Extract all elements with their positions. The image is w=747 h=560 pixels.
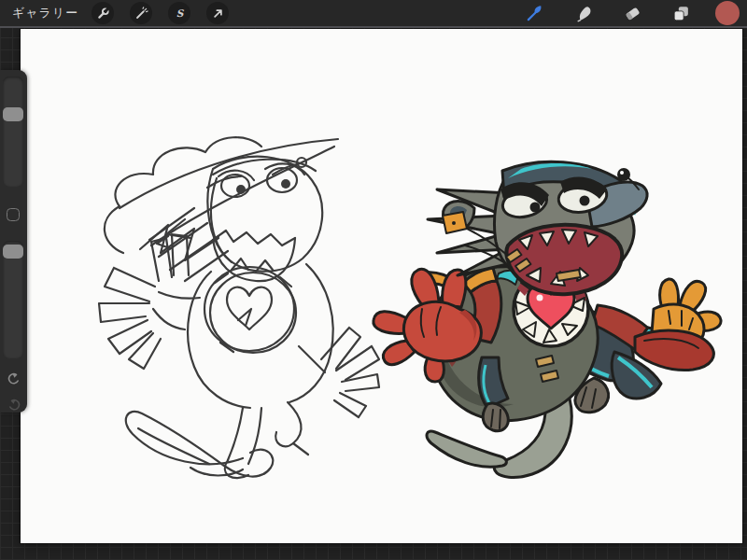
transform-arrow-icon [211, 7, 225, 21]
eraser-icon [623, 4, 642, 23]
colored-character [374, 161, 721, 477]
color-swatch[interactable] [715, 1, 740, 25]
smudge-icon [574, 4, 594, 23]
undo-icon [6, 371, 22, 387]
selection-button[interactable]: S [168, 2, 190, 24]
sketch-character [99, 137, 379, 478]
paintbrush-icon [525, 3, 545, 23]
adjustments-button[interactable] [130, 2, 152, 24]
layers-icon [671, 4, 691, 23]
transform-button[interactable] [206, 2, 229, 24]
tool-sidebar [0, 70, 27, 413]
svg-text:S: S [176, 7, 184, 19]
smudge-button[interactable] [570, 0, 598, 26]
top-toolbar: ギャラリー S [0, 0, 747, 28]
opacity-handle[interactable] [3, 245, 23, 259]
erase-button[interactable] [618, 0, 646, 26]
artwork [21, 29, 742, 543]
selection-s-icon: S [173, 7, 187, 21]
gallery-button[interactable]: ギャラリー [0, 0, 78, 26]
layers-button[interactable] [667, 0, 695, 26]
redo-icon [6, 397, 22, 413]
undo-button[interactable] [4, 369, 23, 388]
redo-button[interactable] [4, 395, 23, 414]
wrench-icon [96, 7, 110, 21]
actions-button[interactable] [92, 2, 114, 24]
magic-wand-icon [134, 7, 148, 21]
modify-button[interactable] [7, 208, 20, 221]
paint-button[interactable] [521, 0, 549, 26]
brush-size-slider[interactable] [3, 77, 23, 187]
brush-size-handle[interactable] [3, 107, 23, 121]
canvas-surface[interactable] [21, 29, 742, 543]
opacity-slider[interactable] [3, 241, 23, 358]
paint-tool-group [521, 0, 747, 26]
